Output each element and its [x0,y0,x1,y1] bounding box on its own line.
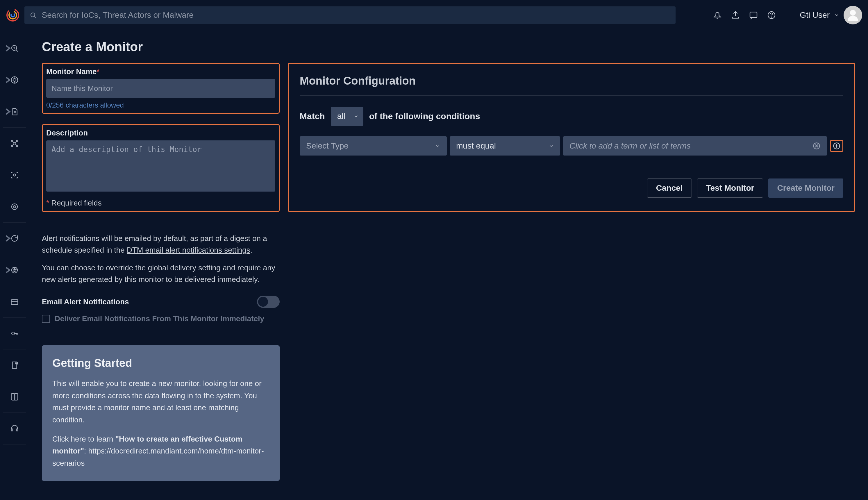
scan-icon [10,171,19,179]
upload-icon[interactable] [731,10,740,20]
sidebar-item-11[interactable] [2,350,27,381]
email-notif-toggle[interactable] [257,296,279,308]
condition-term-input-wrapper [563,136,827,156]
getting-started-p2: Click here to learn "How to create an ef… [52,433,269,469]
svg-line-13 [16,50,18,52]
sidebar-item-1[interactable] [2,33,27,64]
deliver-immediately-checkbox[interactable] [42,315,50,323]
sidebar-nav [0,30,29,500]
sidebar-item-13[interactable] [2,413,27,444]
svg-point-8 [772,17,772,17]
chevron-down-icon [435,143,441,149]
svg-point-28 [12,204,18,209]
svg-line-4 [34,16,36,18]
notifications-icon[interactable] [713,10,722,20]
note-icon [10,361,19,370]
svg-point-14 [13,79,16,81]
test-monitor-button[interactable]: Test Monitor [697,179,763,198]
char-counter: 0/256 characters allowed [46,101,275,109]
sidebar-item-3[interactable] [2,96,27,127]
add-condition-icon[interactable] [833,142,841,150]
chevron-down-icon [549,143,554,149]
user-name-label: Gti User [800,10,830,20]
getting-started-card: Getting Started This will enable you to … [42,345,279,481]
svg-point-29 [13,205,16,208]
monitor-name-input[interactable] [46,79,275,98]
getting-started-p1: This will enable you to create a new mon… [52,378,269,426]
svg-point-27 [13,174,16,176]
create-monitor-button[interactable]: Create Monitor [768,179,843,198]
svg-point-22 [14,143,15,144]
svg-point-2 [11,13,14,17]
clear-term-icon[interactable] [812,142,821,150]
sidebar-item-2[interactable] [2,64,27,96]
sidebar-item-7[interactable] [2,223,27,254]
monitor-name-section: Monitor Name* 0/256 characters allowed [42,63,279,114]
required-note: * Required fields [46,198,275,207]
svg-point-9 [850,10,856,16]
match-label: Match [300,111,325,121]
chevron-down-icon [353,114,359,119]
svg-line-26 [15,144,16,145]
svg-rect-38 [11,429,12,431]
search-container[interactable] [24,7,676,24]
condition-type-select[interactable]: Select Type [300,136,447,156]
deliver-immediately-label: Deliver Email Notifications From This Mo… [55,314,264,323]
book-icon [10,393,19,401]
user-menu[interactable]: Gti User [800,6,862,24]
svg-point-3 [31,13,35,17]
condition-operator-select[interactable]: must equal [450,136,560,156]
chat-icon[interactable] [749,10,758,20]
sidebar-item-5[interactable] [2,159,27,191]
svg-line-25 [12,144,14,145]
sidebar-item-8[interactable] [2,254,27,286]
match-suffix: of the following conditions [369,111,480,121]
help-icon[interactable] [767,10,776,20]
avatar [844,6,862,24]
svg-rect-32 [11,300,18,305]
cancel-button[interactable]: Cancel [647,179,692,198]
email-notif-label: Email Alert Notifications [42,297,129,306]
svg-point-34 [12,332,14,335]
description-input[interactable] [46,140,275,192]
search-input[interactable] [42,10,670,20]
svg-point-19 [16,140,18,141]
svg-line-24 [15,141,16,143]
key-icon [10,329,19,338]
svg-rect-6 [750,12,757,18]
sidebar-item-12[interactable] [2,381,27,412]
getting-started-title: Getting Started [52,357,269,370]
description-label: Description [46,128,275,137]
svg-line-23 [12,141,14,143]
svg-point-18 [11,140,12,141]
graph-icon [10,139,19,148]
sidebar-item-10[interactable] [2,318,27,349]
headset-icon [10,424,19,433]
svg-point-1 [9,11,16,19]
monitor-config-panel: Monitor Configuration Match all of the f… [288,63,855,212]
svg-point-20 [11,145,12,147]
alert-paragraph-1: Alert notifications will be emailed by d… [42,232,279,256]
search-icon [30,12,37,19]
monitor-config-title: Monitor Configuration [300,75,843,96]
sidebar-item-9[interactable] [2,286,27,317]
description-section: Description * Required fields [42,124,279,212]
alert-paragraph-2: You can choose to override the global de… [42,262,279,285]
chevron-down-icon [834,12,840,18]
dashboard-icon [10,297,19,306]
target-icon [10,202,19,211]
sidebar-item-4[interactable] [2,128,27,159]
svg-rect-39 [16,429,18,431]
svg-point-21 [16,145,18,147]
dtm-settings-link[interactable]: DTM email alert notifications settings [127,246,250,254]
condition-term-input[interactable] [570,141,812,150]
add-condition-highlight [830,140,843,152]
match-select[interactable]: all [331,107,363,126]
sidebar-item-6[interactable] [2,191,27,223]
monitor-name-label: Monitor Name* [46,67,275,76]
app-logo[interactable] [6,8,20,22]
page-title: Create a Monitor [42,39,855,54]
